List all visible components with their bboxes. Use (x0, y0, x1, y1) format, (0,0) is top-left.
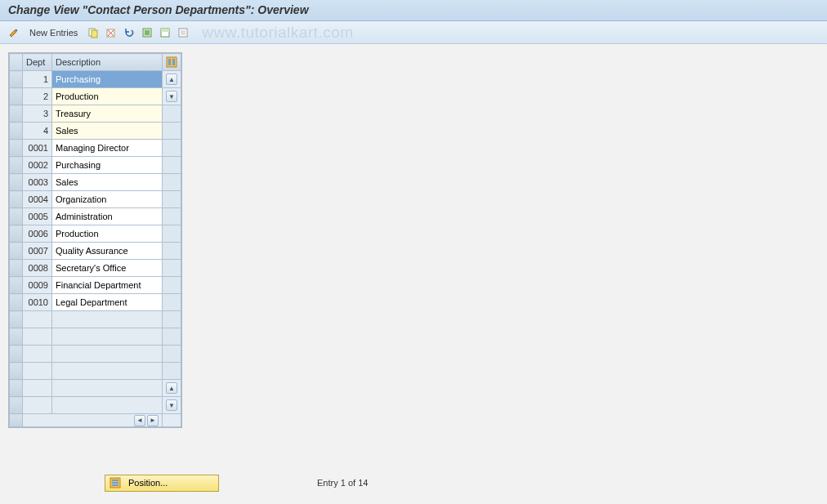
row-selector[interactable] (10, 140, 23, 157)
cell-description[interactable]: Sales (52, 174, 163, 191)
cell-description (52, 380, 163, 397)
horizontal-scrollbar[interactable]: ◄ ► (10, 414, 181, 427)
vertical-scrollbar-segment[interactable] (163, 208, 181, 225)
vertical-scrollbar-segment[interactable] (163, 140, 181, 157)
cell-description (52, 346, 163, 363)
scroll-up-button[interactable]: ▲ (166, 74, 177, 85)
cell-dept[interactable]: 0005 (23, 208, 52, 225)
vertical-scrollbar-segment[interactable]: ▼ (163, 397, 181, 414)
vertical-scrollbar-segment[interactable] (163, 191, 181, 208)
departments-table-container: Dept Description 1Purchasing▲2Production… (8, 52, 182, 428)
new-entries-button[interactable]: New Entries (25, 28, 83, 38)
row-selector[interactable] (10, 157, 23, 174)
vertical-scrollbar-segment[interactable] (163, 157, 181, 174)
cell-dept[interactable]: 2 (23, 88, 52, 105)
cell-description[interactable]: Production (52, 88, 163, 105)
svg-rect-8 (161, 29, 169, 32)
row-selector[interactable] (10, 243, 23, 260)
row-selector[interactable] (10, 208, 23, 225)
scroll-right-button[interactable]: ► (147, 415, 159, 426)
vertical-scrollbar-segment[interactable] (163, 363, 181, 380)
vertical-scrollbar-segment[interactable] (163, 123, 181, 140)
cell-description[interactable]: Financial Department (52, 277, 163, 294)
cell-description[interactable]: Quality Assurance (52, 243, 163, 260)
vertical-scrollbar-segment[interactable] (163, 294, 181, 311)
row-selector[interactable] (10, 191, 23, 208)
display-change-icon[interactable] (7, 25, 21, 40)
cell-description[interactable]: Organization (52, 191, 163, 208)
row-selector[interactable] (10, 174, 23, 191)
row-selector[interactable] (10, 71, 23, 88)
vertical-scrollbar-segment[interactable] (163, 105, 181, 123)
vertical-scrollbar-segment[interactable] (163, 328, 181, 346)
undo-change-icon[interactable] (122, 25, 136, 40)
row-selector[interactable] (10, 380, 23, 397)
deselect-all-icon[interactable] (176, 25, 190, 40)
select-block-icon[interactable] (158, 25, 172, 40)
cell-description[interactable]: Administration (52, 208, 163, 225)
row-selector[interactable] (10, 311, 23, 328)
vertical-scrollbar-segment[interactable]: ▲ (163, 71, 181, 88)
cell-dept (23, 397, 52, 414)
row-selector[interactable] (10, 328, 23, 346)
scroll-down-end-button[interactable]: ▼ (166, 399, 177, 411)
title-bar: Change View "Contact Person Departments"… (0, 0, 827, 21)
scroll-up-end-button[interactable]: ▲ (166, 382, 177, 394)
cell-dept[interactable]: 0009 (23, 277, 52, 294)
row-selector[interactable] (10, 123, 23, 140)
vertical-scrollbar-segment[interactable] (163, 346, 181, 363)
vertical-scrollbar-segment[interactable] (163, 174, 181, 191)
cell-dept[interactable]: 0010 (23, 294, 52, 311)
row-selector[interactable] (10, 277, 23, 294)
cell-description[interactable]: Managing Director (52, 140, 163, 157)
vertical-scrollbar-segment[interactable]: ▲ (163, 380, 181, 397)
select-all-icon[interactable] (140, 25, 154, 40)
cell-dept[interactable]: 0008 (23, 260, 52, 277)
cell-description[interactable]: Purchasing (52, 157, 163, 174)
cell-description[interactable]: Secretary's Office (52, 260, 163, 277)
cell-dept[interactable]: 0004 (23, 191, 52, 208)
row-selector[interactable] (10, 363, 23, 380)
column-header-description[interactable]: Description (52, 54, 163, 71)
vertical-scrollbar-segment[interactable] (163, 260, 181, 277)
scroll-left-button[interactable]: ◄ (134, 415, 145, 426)
vertical-scrollbar-segment[interactable]: ▼ (163, 88, 181, 105)
cell-dept[interactable]: 1 (23, 71, 52, 88)
row-selector[interactable] (10, 294, 23, 311)
departments-table: Dept Description 1Purchasing▲2Production… (9, 53, 181, 427)
row-selector-header[interactable] (10, 54, 23, 71)
row-selector[interactable] (10, 397, 23, 414)
svg-rect-17 (112, 484, 118, 486)
copy-as-icon[interactable] (86, 25, 101, 40)
row-selector[interactable] (10, 225, 23, 243)
row-selector[interactable] (10, 88, 23, 105)
cell-dept[interactable]: 4 (23, 123, 52, 140)
row-selector[interactable] (10, 346, 23, 363)
svg-rect-15 (112, 479, 118, 481)
cell-description[interactable]: Sales (52, 123, 163, 140)
position-button[interactable]: Position... (105, 475, 219, 492)
cell-dept[interactable]: 3 (23, 105, 52, 123)
vertical-scrollbar-segment[interactable] (163, 277, 181, 294)
cell-dept[interactable]: 0003 (23, 174, 52, 191)
vertical-scrollbar-segment[interactable] (163, 311, 181, 328)
table-settings-button[interactable] (163, 54, 181, 71)
cell-description[interactable]: Legal Department (52, 294, 163, 311)
cell-dept[interactable]: 0002 (23, 157, 52, 174)
cell-dept[interactable]: 0007 (23, 243, 52, 260)
watermark-text: www.tutorialkart.com (202, 24, 353, 42)
cell-description[interactable]: Purchasing (52, 71, 163, 88)
vertical-scrollbar-segment[interactable] (163, 225, 181, 243)
row-selector[interactable] (10, 260, 23, 277)
cell-dept[interactable]: 0001 (23, 140, 52, 157)
vertical-scrollbar-segment[interactable] (163, 243, 181, 260)
cell-description[interactable]: Treasury (52, 105, 163, 123)
cell-description[interactable]: Production (52, 225, 163, 243)
scroll-down-button[interactable]: ▼ (166, 91, 177, 102)
column-header-dept[interactable]: Dept (23, 54, 52, 71)
cell-description (52, 328, 163, 346)
cell-dept[interactable]: 0006 (23, 225, 52, 243)
footer-bar: Position... Entry 1 of 14 (0, 471, 827, 495)
delete-icon[interactable] (104, 25, 118, 40)
row-selector[interactable] (10, 105, 23, 123)
